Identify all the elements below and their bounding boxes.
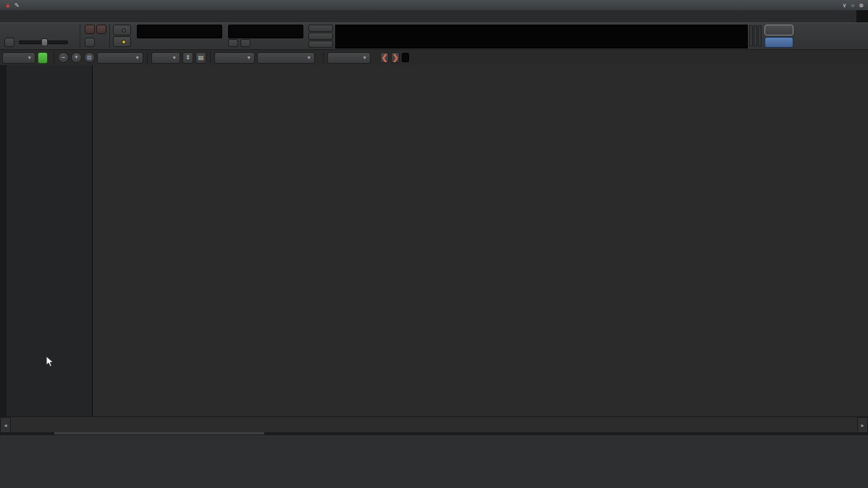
- primary-clock[interactable]: [137, 25, 222, 38]
- grid-unit-dropdown[interactable]: ▼: [257, 52, 315, 64]
- summary-strip[interactable]: [11, 417, 857, 432]
- mini-timeline-button[interactable]: [758, 25, 762, 46]
- group-gutter: [0, 65, 7, 416]
- chevron-down-icon: ▼: [28, 55, 32, 60]
- solo-button[interactable]: [308, 25, 333, 32]
- snap-mode-dropdown[interactable]: ▼: [214, 52, 255, 64]
- title-bar: ▲ ✎ ∨ ○ ⊗: [0, 0, 868, 10]
- smart-mode-button[interactable]: [38, 52, 48, 64]
- chevron-right-icon[interactable]: ❯: [391, 52, 400, 63]
- auto-return-button[interactable]: [113, 36, 131, 47]
- menu-bar: [0, 10, 868, 22]
- zoom-to-session-button[interactable]: ⊡: [84, 52, 95, 63]
- editor-area: [0, 65, 868, 416]
- punch-out-button[interactable]: [96, 25, 106, 34]
- pin-icon: ✎: [14, 2, 20, 9]
- mini-timeline[interactable]: [335, 25, 748, 49]
- edit-mode-dropdown[interactable]: ▼: [2, 52, 35, 64]
- editor-canvas[interactable]: [93, 65, 868, 416]
- secondary-clock[interactable]: [228, 25, 303, 38]
- maximize-icon[interactable]: ○: [851, 2, 854, 9]
- zoom-in-button[interactable]: +: [71, 52, 82, 63]
- zoom-preset-dropdown[interactable]: ▼: [151, 52, 180, 64]
- shrink-tracks-icon[interactable]: ⇕: [182, 52, 193, 64]
- expand-tracks-icon[interactable]: ▤: [195, 52, 206, 64]
- zoom-out-button[interactable]: −: [58, 52, 69, 63]
- sync-source-button[interactable]: [4, 38, 14, 47]
- tempo-button[interactable]: [228, 39, 238, 47]
- shuttle-thumb[interactable]: [41, 38, 48, 46]
- mini-timeline-button[interactable]: [754, 25, 757, 46]
- chevron-down-icon: ▼: [307, 55, 311, 60]
- horizontal-scrollbar[interactable]: [0, 432, 868, 435]
- close-icon[interactable]: ⊗: [859, 2, 864, 9]
- zoom-focus-dropdown[interactable]: ▼: [97, 52, 143, 64]
- nav-clock[interactable]: [402, 53, 409, 62]
- summary-row: ◂ ▸: [0, 416, 868, 432]
- menu-items: [0, 10, 2, 22]
- rec-mode-button[interactable]: [85, 38, 95, 47]
- chevron-down-icon: ▼: [135, 55, 140, 60]
- transport-toolbar: [0, 22, 868, 49]
- ardour-window: ▲ ✎ ∨ ○ ⊗: [0, 0, 868, 488]
- chevron-down-icon: ▼: [247, 55, 251, 60]
- punch-in-button[interactable]: [85, 25, 95, 34]
- mini-timeline-buttons: [748, 24, 763, 48]
- summary-scroll-left-icon[interactable]: ◂: [0, 417, 11, 433]
- ardour-logo-icon: ▲: [4, 0, 11, 10]
- time-signature-button[interactable]: [240, 39, 250, 47]
- auto-return-led-icon: [122, 40, 126, 44]
- follow-range-led-icon: [122, 28, 126, 33]
- mixer-view-button[interactable]: [764, 37, 793, 48]
- scrollbar-thumb[interactable]: [54, 432, 264, 434]
- follow-range-button[interactable]: [113, 25, 131, 35]
- minimize-icon[interactable]: ∨: [843, 2, 847, 9]
- summary-scroll-right-icon[interactable]: ▸: [857, 417, 868, 433]
- chevron-left-icon[interactable]: ❮: [380, 52, 389, 63]
- mini-timeline-button[interactable]: [749, 25, 753, 46]
- feedback-button[interactable]: [308, 41, 333, 48]
- editor-view-button[interactable]: [764, 25, 793, 35]
- status-bar: [856, 10, 868, 22]
- audition-button[interactable]: [308, 33, 333, 40]
- chevron-down-icon: ▼: [363, 55, 367, 60]
- chevron-down-icon: ▼: [172, 55, 177, 60]
- edit-toolbar: ▼ − + ⊡ ▼ ▼ ⇕ ▤ ▼ ▼ ▼ ❮ ❯: [0, 49, 868, 65]
- shuttle-control[interactable]: [19, 41, 68, 44]
- track-headers-column: [0, 65, 93, 416]
- edit-point-dropdown[interactable]: ▼: [327, 52, 371, 64]
